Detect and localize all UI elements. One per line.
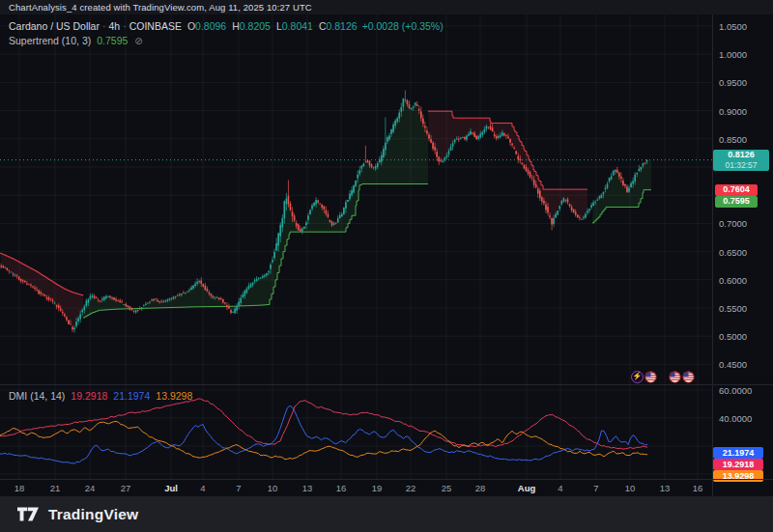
candle-body — [557, 210, 558, 214]
candle-body — [215, 297, 216, 298]
candle-body — [50, 298, 52, 299]
candle-body — [38, 291, 40, 294]
dmi-axis-label: 60.0000 — [719, 385, 752, 396]
price-chart[interactable] — [0, 14, 712, 385]
symbol-name[interactable]: Cardano / US Dollar — [9, 20, 100, 32]
candle-body — [181, 294, 183, 294]
candle-body — [365, 161, 367, 162]
candle-body — [75, 322, 77, 325]
candle-body — [307, 215, 309, 220]
candle-body — [335, 223, 337, 224]
dmi-axis-label: 40.0000 — [719, 413, 752, 424]
interval-label[interactable]: 4h — [108, 20, 120, 32]
candle-body — [565, 200, 567, 201]
candle-body — [588, 210, 590, 211]
candle-body — [11, 272, 13, 273]
candle-body — [286, 198, 288, 204]
ohlc-values: O0.8096H0.8205L0.8041C0.8126 — [182, 20, 358, 32]
candle-body — [603, 192, 605, 195]
candle-body — [561, 201, 563, 205]
supertrend-value-badge: 0.7604 — [715, 184, 758, 196]
candle-body — [64, 315, 66, 317]
candle-body — [100, 300, 101, 301]
tradingview-logo-icon[interactable] — [17, 507, 39, 521]
candle-body — [24, 281, 26, 282]
candle-body — [450, 147, 452, 151]
candle-body — [460, 138, 462, 139]
us-flag-event-icon[interactable] — [669, 371, 681, 383]
candle-body — [596, 200, 598, 201]
candle-body — [167, 299, 169, 300]
candle-body — [434, 147, 436, 150]
time-axis-label: 16 — [336, 483, 347, 493]
candle-body — [109, 295, 111, 297]
candle-body — [432, 143, 434, 149]
candle-body — [641, 167, 643, 170]
chart-area[interactable]: 1.05001.00000.95000.90000.85000.70000.65… — [0, 14, 773, 496]
candle-body — [185, 293, 186, 294]
candle-body — [240, 297, 242, 302]
candle-body — [236, 306, 238, 310]
supertrend-legend[interactable]: Supertrend (10, 3)0.7595⊘ — [9, 35, 143, 46]
candle-body — [135, 310, 137, 312]
candle-body — [7, 268, 9, 270]
dmi-legend-value: 13.9298 — [156, 390, 192, 402]
indicator-options-icon[interactable]: ⊘ — [134, 36, 142, 46]
candle-body — [121, 301, 123, 302]
candle-body — [522, 163, 524, 165]
tradingview-wordmark[interactable]: TradingView — [48, 506, 138, 523]
candle-body — [290, 204, 292, 210]
time-axis-label: 10 — [268, 483, 278, 493]
symbol-legend[interactable]: Cardano / US Dollar·4h·COINBASEO0.8096H0… — [9, 20, 444, 32]
candle-body — [482, 132, 484, 135]
time-axis[interactable]: 18212427Jul4710131619222528Aug47101316 — [0, 479, 773, 497]
candle-body — [173, 297, 175, 299]
candle-body — [613, 171, 615, 176]
candle-body — [488, 126, 490, 127]
candle-body — [446, 155, 448, 157]
candle-body — [420, 111, 422, 118]
candle-body — [277, 233, 279, 245]
time-axis-label: 4 — [558, 483, 562, 493]
exchange-label[interactable]: COINBASE — [129, 20, 182, 32]
candle-body — [179, 294, 181, 295]
pane-separator[interactable] — [0, 384, 773, 385]
candle-body — [192, 286, 194, 289]
candle-body — [105, 296, 107, 298]
us-flag-event-icon[interactable] — [682, 371, 695, 383]
supertrend-fill-down — [0, 253, 83, 327]
price-axis-label: 1.0000 — [719, 49, 747, 60]
candle-body — [367, 160, 369, 163]
candle-body — [438, 157, 440, 162]
candle-body — [337, 218, 339, 222]
candle-body — [324, 206, 326, 209]
candle-body — [124, 304, 126, 305]
dmi-name[interactable]: DMI (14, 14) — [9, 390, 65, 402]
candle-body — [160, 301, 162, 302]
candle-body — [470, 131, 472, 134]
dmi-value-badge: 21.1974 — [713, 447, 763, 459]
candle-body — [361, 166, 363, 169]
legend-separator: · — [120, 20, 129, 32]
candle-body — [238, 302, 240, 306]
candle-body — [54, 303, 56, 304]
countdown-timer: 01:32:57 — [713, 160, 769, 170]
candle-body — [149, 301, 151, 302]
candle-body — [528, 170, 530, 174]
candle-body — [567, 199, 569, 202]
flash-event-icon[interactable]: ⚡ — [631, 371, 644, 383]
time-axis-label: 22 — [406, 483, 416, 493]
candle-body — [571, 207, 573, 210]
candle-body — [605, 188, 607, 189]
dmi-legend[interactable]: DMI (14, 14)19.291821.197413.9298 — [9, 390, 192, 402]
candle-body — [226, 305, 228, 307]
candle-body — [545, 205, 547, 210]
supertrend-fill-up — [83, 98, 428, 318]
candle-body — [559, 206, 561, 209]
us-flag-event-icon[interactable] — [644, 371, 657, 383]
candle-body — [42, 294, 43, 294]
candle-body — [473, 133, 475, 137]
supertrend-name[interactable]: Supertrend (10, 3) — [9, 35, 91, 46]
candle-body — [103, 297, 105, 300]
candle-body — [44, 294, 46, 296]
